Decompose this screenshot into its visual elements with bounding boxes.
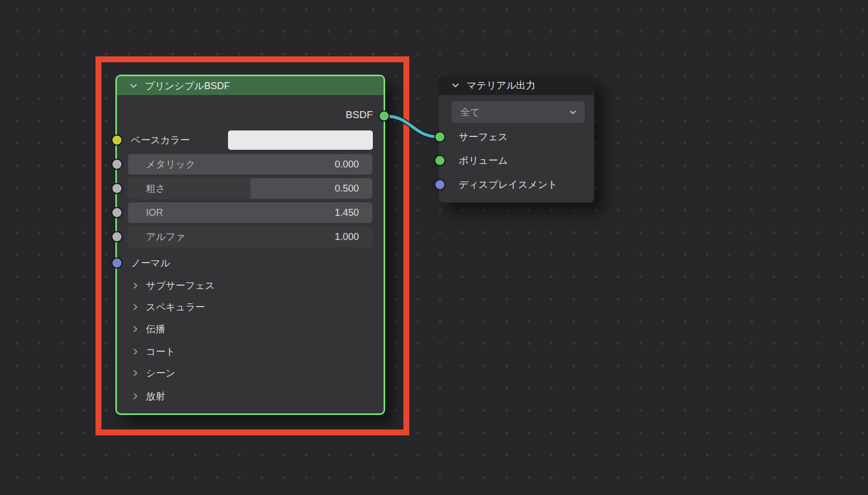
socket-roughness-input[interactable] <box>112 183 123 194</box>
socket-alpha-input[interactable] <box>112 231 123 243</box>
surface-input-label: サーフェス <box>459 129 508 144</box>
socket-ior-input[interactable] <box>112 207 123 219</box>
chevron-down-icon[interactable] <box>451 81 460 90</box>
target-dropdown[interactable]: 全て <box>452 101 585 123</box>
socket-volume-input[interactable] <box>435 155 446 166</box>
target-dropdown-value: 全て <box>460 106 569 119</box>
socket-displacement-input[interactable] <box>435 179 446 191</box>
material-output-node[interactable]: マテリアル出力 全て サーフェス ボリューム ディスプレイスメント <box>438 75 594 203</box>
volume-input-label: ボリューム <box>459 153 508 168</box>
socket-bsdf-output[interactable] <box>379 111 390 122</box>
selection-highlight-rect <box>95 56 409 435</box>
socket-surface-input[interactable] <box>435 132 446 143</box>
socket-metallic-input[interactable] <box>112 159 123 170</box>
chevron-down-icon <box>569 108 577 117</box>
displacement-input-label: ディスプレイスメント <box>459 177 557 192</box>
output-node-title: マテリアル出力 <box>467 79 535 92</box>
socket-base-color-input[interactable] <box>112 135 123 146</box>
output-node-header[interactable]: マテリアル出力 <box>439 76 594 95</box>
node-editor-canvas[interactable]: プリンシプルBSDF BSDF ベースカラー メタリック 0.000 粗さ 0.… <box>0 0 868 495</box>
socket-normal-input[interactable] <box>112 258 123 269</box>
